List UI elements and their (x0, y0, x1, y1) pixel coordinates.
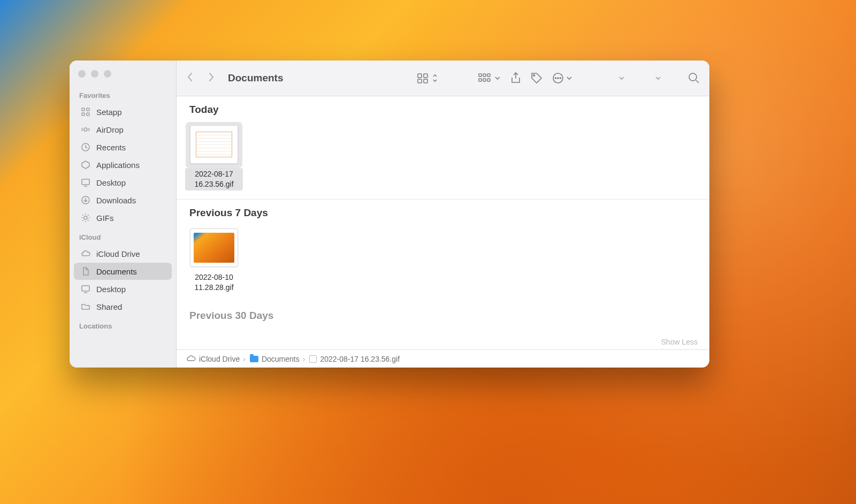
back-button[interactable] (186, 72, 194, 85)
group-header-prev7: Previous 7 Days (177, 200, 709, 223)
cloud-icon (80, 248, 91, 259)
sidebar-item-label: Setapp (96, 108, 122, 117)
tags-button[interactable] (531, 72, 542, 84)
svg-rect-3 (87, 113, 89, 116)
sidebar-item-icloud-drive[interactable]: iCloud Drive (74, 245, 172, 262)
svg-rect-16 (487, 74, 490, 77)
svg-rect-15 (483, 74, 486, 77)
sidebar-item-documents[interactable]: Documents (74, 263, 172, 280)
svg-rect-13 (424, 79, 427, 83)
window-title: Documents (228, 72, 283, 84)
svg-rect-6 (82, 179, 89, 185)
chevron-right-icon: › (303, 355, 305, 363)
toolbar: Documents (177, 60, 709, 96)
doc-icon (80, 266, 91, 277)
show-less-button[interactable]: Show Less (661, 338, 698, 346)
sidebar-item-label: Shared (96, 302, 122, 311)
sidebar-item-label: iCloud Drive (96, 249, 140, 258)
setapp-icon (80, 106, 91, 117)
sidebar-item-label: Downloads (96, 196, 136, 205)
content-area[interactable]: Today 2022-08-17 16.23.56.gif Previous 7… (177, 96, 709, 349)
sidebar-item-applications[interactable]: Applications (74, 156, 172, 173)
svg-rect-10 (418, 74, 422, 78)
group-prev7: 2022-08-10 11.28.28.gif (177, 223, 709, 302)
svg-rect-11 (424, 74, 427, 78)
sidebar-item-label: Documents (96, 267, 137, 276)
svg-rect-19 (487, 79, 490, 81)
forward-button[interactable] (208, 72, 215, 85)
sidebar-item-gifs[interactable]: GIFs (74, 209, 172, 226)
finder-window: Favorites Setapp AirDrop Recents Applica… (70, 60, 709, 368)
svg-rect-17 (479, 79, 482, 81)
sidebar-section-favorites: Favorites (70, 85, 176, 103)
search-button[interactable] (688, 72, 700, 84)
svg-point-4 (84, 128, 87, 131)
file-thumbnail (190, 125, 238, 164)
sidebar-item-airdrop[interactable]: AirDrop (74, 121, 172, 138)
share-button[interactable] (510, 72, 521, 84)
sidebar-item-label: Desktop (96, 178, 126, 187)
sidebar-item-shared[interactable]: Shared (74, 298, 172, 315)
file-name: 2022-08-17 16.23.56.gif (185, 168, 243, 190)
chevron-right-icon: › (243, 355, 246, 363)
cloud-icon (186, 354, 196, 363)
airdrop-icon (80, 124, 91, 135)
sidebar-item-label: Desktop (96, 285, 126, 294)
path-bar: iCloud Drive › Documents › 2022-08-17 16… (177, 349, 709, 368)
svg-point-8 (84, 216, 87, 219)
minimize-window-button[interactable] (91, 70, 98, 78)
group-header-prev30: Previous 30 Days (177, 302, 709, 326)
path-crumb-label: Documents (262, 355, 300, 363)
sidebar-item-label: AirDrop (96, 125, 124, 134)
sidebar-item-label: Recents (96, 143, 126, 152)
shared-folder-icon (80, 301, 91, 312)
sidebar-item-recents[interactable]: Recents (74, 139, 172, 156)
svg-rect-1 (87, 108, 89, 111)
path-crumb-icloud[interactable]: iCloud Drive › (186, 354, 246, 363)
group-today: 2022-08-17 16.23.56.gif (177, 120, 709, 200)
sidebar-item-desktop-icloud[interactable]: Desktop (74, 280, 172, 297)
file-thumbnail (190, 228, 238, 267)
sidebar-item-label: Applications (96, 161, 140, 170)
close-window-button[interactable] (78, 70, 86, 78)
svg-point-23 (557, 78, 559, 79)
sidebar-item-desktop[interactable]: Desktop (74, 174, 172, 191)
apps-icon (80, 159, 91, 170)
path-crumb-documents[interactable]: Documents › (250, 355, 305, 363)
downloads-icon (80, 195, 91, 205)
dropdown-button-1[interactable] (618, 75, 625, 81)
file-icon (309, 355, 317, 363)
desktop-icon (80, 177, 91, 188)
zoom-window-button[interactable] (104, 70, 111, 78)
sidebar-item-label: GIFs (96, 213, 114, 223)
group-header-today: Today (177, 96, 709, 120)
svg-point-20 (533, 75, 535, 77)
folder-icon (250, 356, 258, 362)
file-item[interactable]: 2022-08-17 16.23.56.gif (185, 122, 243, 190)
sidebar: Favorites Setapp AirDrop Recents Applica… (70, 60, 177, 368)
gear-icon (80, 212, 91, 223)
svg-point-24 (560, 78, 561, 79)
sidebar-section-icloud: iCloud (70, 227, 176, 245)
file-name: 2022-08-10 11.28.28.gif (185, 271, 243, 294)
svg-point-25 (689, 73, 697, 81)
path-crumb-file[interactable]: 2022-08-17 16.23.56.gif (309, 355, 400, 363)
svg-rect-12 (418, 79, 422, 83)
sidebar-section-locations: Locations (70, 316, 176, 333)
svg-rect-2 (82, 113, 85, 116)
path-crumb-label: iCloud Drive (199, 355, 240, 363)
file-item[interactable]: 2022-08-10 11.28.28.gif (185, 225, 243, 294)
svg-rect-14 (479, 74, 482, 77)
svg-point-22 (555, 78, 556, 79)
main-area: Documents Today 2022-08-17 16.2 (177, 60, 709, 368)
group-by-button[interactable] (478, 73, 501, 83)
svg-rect-18 (483, 79, 486, 81)
sidebar-item-setapp[interactable]: Setapp (74, 103, 172, 120)
sidebar-item-downloads[interactable]: Downloads (74, 192, 172, 209)
clock-icon (80, 142, 91, 152)
action-menu-button[interactable] (552, 72, 572, 84)
dropdown-button-2[interactable] (655, 75, 661, 81)
window-controls (70, 65, 176, 85)
svg-rect-0 (82, 108, 85, 111)
view-options-button[interactable] (417, 73, 438, 83)
